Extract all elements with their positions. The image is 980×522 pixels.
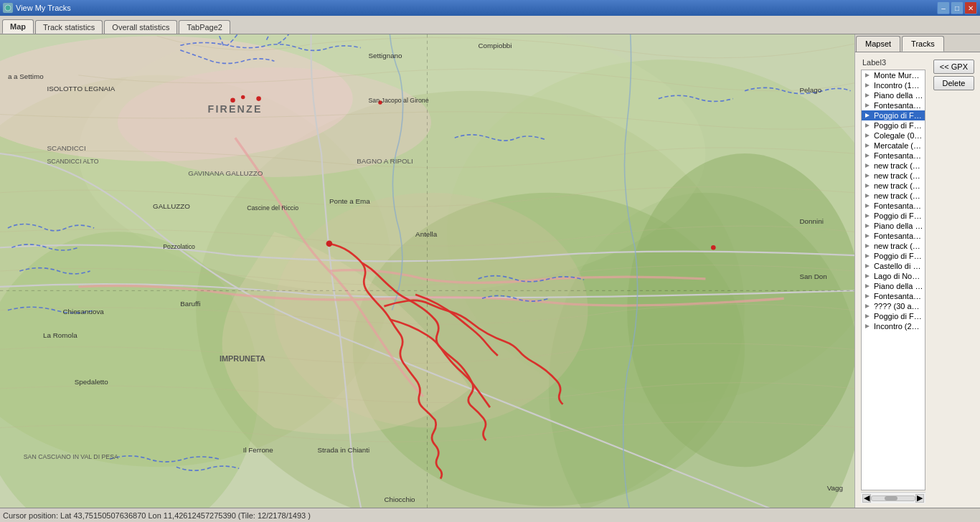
svg-marker-55 [865,113,870,118]
svg-text:Spedaletto: Spedaletto [75,378,109,386]
svg-text:San Don: San Don [800,272,827,280]
track-item[interactable]: Poggio di Firenze (26 apr 1 [862,311,925,321]
track-item[interactable]: Incontro (18 nov 12) [862,80,925,90]
track-item[interactable]: Fontesanta (29 ott 12) [862,100,925,110]
track-item[interactable]: Colegale (01 ott 12) [862,130,925,141]
svg-marker-64 [865,204,870,208]
track-icon [863,302,872,310]
svg-marker-56 [865,123,870,128]
track-item[interactable]: Poggio di Firenze (14 ott 1 [862,110,925,120]
app-title: View My Tracks [16,4,71,12]
track-label: Lago di Nozzole (27 mag 1 [874,272,923,280]
svg-text:La Romola: La Romola [43,331,77,339]
track-list[interactable]: Monte Muro (25 nov 12)Incontro (18 nov 1… [861,70,925,490]
svg-text:Settignano: Settignano [369,52,403,60]
track-item[interactable]: Fontesanta (14 mag 12) [862,291,925,301]
tab-tabpage2[interactable]: TabPage2 [179,20,230,34]
app-icon [3,3,13,13]
svg-marker-66 [865,224,870,228]
track-icon [863,111,872,120]
svg-text:BAGNO A RIPOLI: BAGNO A RIPOLI [357,157,413,165]
svg-text:Pelago: Pelago [800,86,822,94]
tab-map[interactable]: Map [2,19,34,34]
titlebar-left: View My Tracks [3,3,71,13]
track-label: Piano della Vite (03 nov 1 [874,91,923,100]
track-item[interactable]: Piano della Vite (03 nov 1 [862,90,925,100]
track-label: new track (18 ago 12) [874,191,923,200]
track-item[interactable]: Fontesanta (17 set 12) [862,151,925,161]
svg-marker-74 [865,304,870,308]
track-item[interactable]: ???? (30 apr 12) [862,301,925,311]
svg-point-10 [627,153,854,467]
track-label: Piano della Vite (21 mag 1 [874,282,923,290]
close-button[interactable]: ✕ [964,1,977,14]
track-icon [863,242,872,250]
scroll-left-btn[interactable]: ◀ [862,494,871,503]
hscroll-thumb [885,496,897,500]
maximize-button[interactable]: □ [951,1,963,14]
svg-text:Antella: Antella [415,230,438,238]
track-icon [863,171,872,180]
tab-overall-statistics[interactable]: Overall statistics [104,20,177,34]
track-item[interactable]: Poggio di Firenze (25 lug 1 [862,211,925,221]
svg-text:Il Ferrone: Il Ferrone [243,446,274,454]
track-icon [863,252,872,260]
tab-track-statistics[interactable]: Track statistics [35,20,103,34]
gpx-button[interactable]: << GPX [933,60,974,74]
track-label: new track (27 ago 12) [874,181,923,190]
track-item[interactable]: Fontesanta (01 ago 12) [862,201,925,211]
track-item[interactable]: new track (18 ago 12) [862,191,925,201]
track-item[interactable]: new track (03 set 12) [862,161,925,171]
track-label: Monte Muro (25 nov 12) [874,71,923,80]
svg-point-19 [326,240,333,247]
svg-marker-63 [865,194,870,198]
minimize-button[interactable]: – [937,1,950,14]
svg-point-17 [241,95,245,99]
svg-point-18 [256,96,261,101]
svg-marker-52 [865,83,870,87]
track-label: Poggio di Firenze (26 apr 1 [874,312,923,321]
svg-marker-76 [865,324,870,328]
svg-marker-60 [865,163,870,168]
track-item[interactable]: Incontro (23 apr 12) [862,321,925,331]
track-item[interactable]: new track (30 ago 12) [862,171,925,181]
track-item[interactable]: new track (27 ago 12) [862,181,925,191]
svg-marker-59 [865,153,870,158]
svg-text:Donnini: Donnini [800,217,824,225]
svg-text:IMPRUNETA: IMPRUNETA [220,354,265,363]
svg-marker-72 [865,284,870,288]
track-icon [863,191,872,200]
track-label: ???? (30 apr 12) [874,302,923,310]
svg-text:a a Settimo: a a Settimo [8,72,44,80]
content-area: Settignano Compiobbi Pelago FIRENZE ISOL… [0,34,980,508]
status-bar: Cursor position: Lat 43,75150507636870 L… [0,508,980,522]
svg-text:GAVINANA GALLUZZO: GAVINANA GALLUZZO [188,169,263,177]
svg-text:SAN CASCIANO IN VAL DI PESA: SAN CASCIANO IN VAL DI PESA [24,453,118,460]
track-item[interactable]: Piano della Vite (19 lug 1 [862,221,925,231]
cursor-position: Cursor position: Lat 43,75150507636870 L… [3,511,311,520]
svg-point-0 [5,5,11,11]
svg-marker-69 [865,254,870,258]
track-item[interactable]: Castello di Sezzate (04 giu [862,261,925,271]
svg-marker-73 [865,294,870,298]
track-item[interactable]: new track (18 giu 12) [862,241,925,251]
svg-text:Compiobbi: Compiobbi [479,42,512,49]
track-item[interactable]: Mercatale (24 set 12) [862,141,925,151]
track-item[interactable]: Lago di Nozzole (27 mag 1 [862,271,925,281]
track-item[interactable]: Poggio di Firenze (10 giu 1 [862,251,925,261]
track-icon [863,292,872,300]
panel-content: Label3 Monte Muro (25 nov 12)Incontro (1… [855,52,980,508]
track-item[interactable]: Monte Muro (25 nov 12) [862,70,925,80]
map-area[interactable]: Settignano Compiobbi Pelago FIRENZE ISOL… [0,34,854,508]
track-item[interactable]: Poggio di Firenze (08 ott 1 [862,120,925,130]
scroll-right-btn[interactable]: ▶ [915,494,924,503]
svg-text:ISOLOTTO LEGNAIA: ISOLOTTO LEGNAIA [47,85,116,92]
track-icon [863,151,872,160]
track-item[interactable]: Piano della Vite (21 mag 1 [862,281,925,291]
panel-tab-tracks[interactable]: Tracks [902,36,944,52]
track-item[interactable]: Fontesanta (10 lug 12) [862,231,925,241]
track-icon [863,232,872,240]
delete-button[interactable]: Delete [933,76,974,90]
panel-tab-mapset[interactable]: Mapset [856,36,900,52]
svg-marker-70 [865,264,870,268]
